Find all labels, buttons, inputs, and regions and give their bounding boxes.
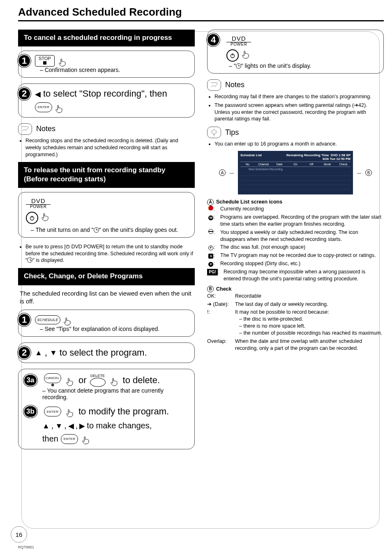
timer-icon	[27, 257, 32, 263]
panel-rows	[240, 171, 350, 192]
step-num-2b: 2	[18, 346, 31, 359]
def-text: The TV program may not be recorded due t…	[220, 252, 384, 259]
panel-columns: No Channel Date On Off Mode Check	[240, 162, 350, 167]
notes-heading-left: Notes	[18, 123, 195, 135]
enter-button[interactable]: ENTER	[61, 434, 78, 444]
hand-cursor-icon	[241, 50, 251, 61]
timer-icon	[236, 63, 241, 69]
panel-rrt-value: DVD 1:58 SP	[331, 153, 350, 157]
panel-new-row: New Scheduled Recording	[240, 167, 350, 171]
cancel-button[interactable]: CANCEL	[44, 373, 61, 383]
up-arrow-icon: ▲	[35, 349, 42, 356]
defs-b-heading: Check	[216, 286, 232, 293]
callout-a: A	[219, 169, 226, 176]
full-f-icon: F	[208, 245, 213, 250]
def-text: Recordable	[235, 293, 384, 300]
copy-protect-icon: ⦸	[208, 254, 213, 259]
def-sublist: the disc is write-protected. there is no…	[239, 316, 384, 337]
step3a-note: You cannot delete programs that are curr…	[42, 387, 189, 400]
title-rule	[18, 20, 384, 21]
def-text: It may not be possible to record because…	[235, 309, 384, 337]
step-2-cancel: 2 ◀ to select "Stop recording", then ENT…	[18, 83, 195, 118]
step3b-line2: to make changes,	[87, 421, 152, 430]
page-title: Advanced Scheduled Recording	[18, 6, 384, 18]
notes-icon	[18, 123, 32, 135]
def-text: Programs are overlapped. Recording of th…	[220, 214, 384, 228]
heading-check: Check, Change, or Delete Programs	[18, 268, 195, 285]
release-bullet: Be sure to press [ DVD POWER] to return …	[25, 243, 195, 264]
step-num-1: 1	[18, 54, 31, 67]
step1b-note: See "Tips" for explanation of icons disp…	[40, 326, 189, 332]
stop-label: STOP	[39, 56, 51, 61]
def-text: Recording stopped (Dirty disc, etc.)	[220, 260, 384, 267]
note-item: Recording may fail if there are changes …	[214, 93, 384, 100]
heading-release: To release the unit from recording stand…	[18, 162, 195, 188]
overlap-w-icon: W	[208, 215, 213, 220]
notes-icon	[207, 79, 221, 91]
step2b-text: to select the program.	[60, 347, 147, 359]
dvd-power-label: DVD POWER	[226, 35, 251, 62]
hand-cursor-icon	[55, 104, 65, 116]
note-item: Recording stops and the scheduled record…	[25, 137, 195, 158]
schedule-list-figure: A — Schedule List Remaining Recording Ti…	[207, 151, 384, 194]
step-release: DVD POWER The unit turns on and "" on th…	[18, 192, 195, 238]
enter-button[interactable]: ENTER	[35, 102, 52, 112]
release-note: The unit turns on and "" on the unit's d…	[31, 227, 189, 233]
note-item: The password screen appears when setting…	[214, 102, 384, 123]
stop-button[interactable]: STOP	[35, 55, 55, 67]
step-num-4: 4	[207, 33, 220, 46]
up-arrow-icon: ▲	[42, 422, 50, 430]
page-number: 16	[11, 526, 27, 543]
notes-list-right: Recording may fail if there are changes …	[214, 93, 384, 123]
enter-button[interactable]: ENTER	[44, 407, 61, 416]
step3a-tail: to delete.	[123, 375, 160, 386]
hand-cursor-icon	[58, 58, 68, 69]
delete-button[interactable]	[90, 378, 106, 387]
def-text: Recording may become impossible when a w…	[224, 268, 384, 282]
recording-dot-icon	[208, 206, 213, 210]
def-text: The last day of daily or weekly recordin…	[235, 301, 384, 308]
hand-cursor-icon	[65, 408, 75, 420]
or-label: or	[78, 375, 87, 386]
pgi-badge: PG!	[207, 269, 218, 275]
step-4: 4 DVD POWER "" lights on the	[207, 30, 384, 74]
step-1-check: 1 SCHEDULE See "Tips" for explanation of…	[18, 310, 195, 337]
stopped-x-icon: X	[208, 262, 213, 267]
callout-b: B	[365, 169, 372, 176]
left-arrow-icon: ◀	[35, 90, 41, 98]
step4-note: "" lights on the unit's display.	[229, 62, 378, 69]
heading-cancel: To cancel a scheduled recording in progr…	[18, 30, 195, 46]
panel-title: Schedule List	[240, 153, 262, 161]
step-num-3b: 3b	[23, 405, 37, 418]
schedule-button[interactable]: SCHEDULE	[35, 315, 60, 324]
hand-cursor-icon	[110, 377, 120, 388]
notes-heading-right: Notes	[207, 79, 384, 91]
down-arrow-icon: ▼	[50, 349, 57, 356]
def-key: OK:	[207, 293, 231, 300]
stop-icon	[43, 61, 46, 65]
stopped-icon	[208, 229, 213, 234]
notes-list-left: Recording stops and the scheduled record…	[25, 137, 195, 158]
def-key: Overlap:	[207, 338, 231, 345]
left-arrow-icon: ◀	[68, 422, 74, 430]
step2-text: to select "Stop recording", then	[43, 88, 167, 100]
step-num-3a: 3a	[23, 374, 37, 386]
timer-icon	[94, 227, 99, 233]
step-1-cancel: 1 STOP Confirmation screen appears.	[18, 51, 195, 78]
step-num-2: 2	[18, 87, 31, 100]
right-arrow-icon: ▶	[79, 422, 85, 430]
tips-list: You can enter up to 16 programs a month …	[214, 141, 384, 148]
step-2-check: 2 ▲, ▼ to select the program.	[18, 342, 195, 363]
def-text: When the date and time overlap with anot…	[235, 338, 384, 352]
definitions-a: A Schedule List screen icons :Currently …	[207, 199, 384, 352]
power-button[interactable]	[226, 49, 239, 62]
tips-icon	[207, 127, 221, 138]
dvd-power-label: DVD POWER	[26, 197, 51, 224]
panel-date: 3/26 Tue 12:53 PM	[323, 157, 350, 161]
power-button[interactable]	[26, 212, 38, 224]
then-label: then	[42, 434, 58, 444]
tip-item: You can enter up to 16 programs a month …	[214, 141, 384, 148]
step-3-check: 3a CANCEL ✽ or DELETE to delete. You can…	[18, 369, 195, 449]
svg-point-6	[212, 130, 216, 134]
def-key: ➔ (Date):	[207, 301, 231, 308]
